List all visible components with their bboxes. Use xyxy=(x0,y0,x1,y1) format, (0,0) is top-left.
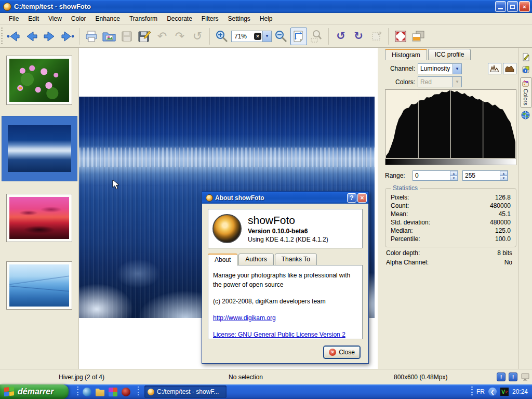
open-file-button[interactable] xyxy=(101,28,117,45)
menu-bar: File Edit View Color Enhance Transform D… xyxy=(0,13,532,25)
taskbar-window-label: C:/temp/test - showF... xyxy=(157,388,219,395)
histogram-gradient-bar xyxy=(385,159,516,165)
rotate-right-button[interactable]: ↻ xyxy=(350,28,367,45)
dialog-close-button[interactable]: ✕ Close xyxy=(324,346,360,358)
undo-button[interactable]: ↶ xyxy=(154,28,170,45)
save-as-button[interactable] xyxy=(136,28,153,45)
overexposure-indicator-icon[interactable]: ! xyxy=(509,373,517,381)
revert-button[interactable]: ↺ xyxy=(189,28,206,45)
fullscreen-button[interactable] xyxy=(392,28,409,45)
quick-launch-icon-4[interactable] xyxy=(122,388,130,396)
vnc-tray-icon[interactable]: V2 xyxy=(500,388,509,396)
digikam-website-link[interactable]: http://www.digikam.org xyxy=(213,313,276,323)
frost-band xyxy=(79,148,375,167)
fit-to-selection-button[interactable] xyxy=(308,28,325,45)
dialog-tab-thanks[interactable]: Thanks To xyxy=(275,254,317,265)
zoom-dropdown-arrow-icon[interactable]: ▼ xyxy=(262,31,271,42)
range-min-spinner[interactable]: ▲▼ xyxy=(450,171,458,180)
sunset-thumb-image xyxy=(9,197,69,239)
next-image-icon xyxy=(42,30,57,43)
print-button[interactable] xyxy=(83,28,100,45)
slideshow-button[interactable] xyxy=(410,28,427,45)
properties-side-tab[interactable] xyxy=(521,52,530,62)
fit-to-window-button[interactable] xyxy=(290,28,307,45)
zoom-level-combo[interactable]: 71% ✕ ▼ xyxy=(231,31,272,42)
thumbnail-winter-selected[interactable] xyxy=(2,116,77,181)
histogram-full-button[interactable] xyxy=(503,63,516,74)
previous-image-icon xyxy=(24,30,39,43)
range-label: Range: xyxy=(385,172,410,179)
dialog-header-box: showFoto Version 0.10.0-beta6 Using KDE … xyxy=(208,209,363,248)
channel-dropdown-arrow-icon[interactable]: ▼ xyxy=(453,64,461,74)
dialog-description: Manage your photographs like a professio… xyxy=(213,271,357,289)
start-button-label: démarrer xyxy=(18,387,54,396)
tray-grip xyxy=(471,387,473,397)
colors-side-tab-active[interactable]: Colors xyxy=(520,77,531,108)
next-image-button[interactable] xyxy=(41,28,58,45)
tab-histogram[interactable]: Histogram xyxy=(385,49,427,60)
channel-select[interactable]: Luminosity ▼ xyxy=(418,63,462,74)
first-image-button[interactable] xyxy=(6,28,22,45)
restore-button[interactable] xyxy=(507,1,518,12)
taskbar-window-button[interactable]: C:/temp/test - showF... xyxy=(144,385,227,398)
right-panel: Histogram ICC profile Channel: Luminosit… xyxy=(383,48,518,369)
windows-logo-icon xyxy=(4,387,15,397)
color-depth-value: 8 bits xyxy=(497,249,512,257)
quick-launch-icon-1[interactable] xyxy=(83,388,91,396)
clock[interactable]: 20:24 xyxy=(512,388,528,395)
save-as-icon xyxy=(138,30,151,43)
panel-splitter[interactable] xyxy=(378,48,383,369)
thumbnail-waterlilies[interactable] xyxy=(6,56,72,105)
thumbnail-sunset[interactable] xyxy=(6,194,72,242)
underexposure-indicator-icon[interactable]: ! xyxy=(497,373,506,381)
rotate-right-icon: ↻ xyxy=(354,31,363,42)
quick-launch-grip[interactable] xyxy=(77,387,78,397)
dialog-help-button[interactable]: ? xyxy=(347,193,356,203)
menu-decorate[interactable]: Decorate xyxy=(162,14,197,24)
minimize-button[interactable] xyxy=(495,1,506,12)
menu-edit[interactable]: Edit xyxy=(23,14,44,24)
dialog-tab-about[interactable]: About xyxy=(208,254,237,265)
toolbar-grip[interactable] xyxy=(1,28,3,45)
menu-color[interactable]: Color xyxy=(66,14,91,24)
menu-transform[interactable]: Transform xyxy=(125,14,162,24)
histogram-linear-button[interactable] xyxy=(488,63,501,74)
range-max-spinner[interactable]: ▲▼ xyxy=(500,171,508,180)
menu-settings[interactable]: Settings xyxy=(223,14,255,24)
redo-button[interactable]: ↷ xyxy=(171,28,188,45)
dialog-close-x-button[interactable]: × xyxy=(357,193,367,203)
quick-launch-icon-3[interactable] xyxy=(109,388,117,396)
close-button[interactable]: × xyxy=(519,1,530,12)
menu-view[interactable]: View xyxy=(44,14,66,24)
range-max-value: 255 xyxy=(465,172,475,179)
histogram-chart[interactable] xyxy=(385,89,516,159)
alpha-channel-value: No xyxy=(504,259,512,266)
zoom-in-button[interactable] xyxy=(214,28,230,45)
save-button[interactable] xyxy=(118,28,135,45)
zoom-out-button[interactable] xyxy=(273,28,289,45)
quick-launch-folder-icon[interactable] xyxy=(96,388,104,396)
color-depth-label: Color depth: xyxy=(386,249,420,257)
menu-file[interactable]: File xyxy=(4,14,23,24)
range-max-input[interactable]: 255 ▲▼ xyxy=(462,170,508,181)
first-image-icon xyxy=(7,30,21,43)
metadata-side-tab[interactable]: i xyxy=(521,65,530,74)
rotate-left-button[interactable]: ↺ xyxy=(332,28,349,45)
dialog-tab-authors[interactable]: Authors xyxy=(238,254,273,265)
menu-enhance[interactable]: Enhance xyxy=(91,14,125,24)
range-min-input[interactable]: 0 ▲▼ xyxy=(413,170,458,181)
last-image-button[interactable] xyxy=(59,28,75,45)
thumbnail-hills[interactable] xyxy=(6,261,72,310)
clear-zoom-icon[interactable]: ✕ xyxy=(254,33,261,40)
color-managed-view-icon[interactable] xyxy=(521,373,530,381)
crop-button[interactable] xyxy=(368,28,384,45)
previous-image-button[interactable] xyxy=(23,28,40,45)
tab-icc-profile[interactable]: ICC profile xyxy=(428,49,471,60)
language-indicator[interactable]: FR xyxy=(476,388,485,395)
menu-help[interactable]: Help xyxy=(255,14,277,24)
menu-filters[interactable]: Filters xyxy=(197,14,223,24)
license-link[interactable]: License: GNU General Public License Vers… xyxy=(213,330,345,339)
start-button[interactable]: démarrer xyxy=(0,384,69,399)
tray-chevron-icon[interactable]: ❮ xyxy=(488,388,497,396)
geolocation-side-tab[interactable] xyxy=(521,111,530,120)
